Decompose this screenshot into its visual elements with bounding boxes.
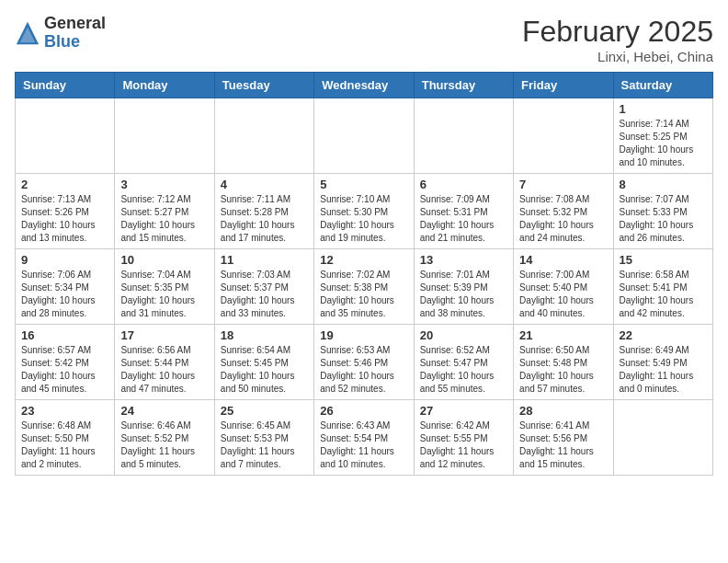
- calendar-cell: 20Sunrise: 6:52 AM Sunset: 5:47 PM Dayli…: [414, 325, 513, 400]
- calendar-cell: 3Sunrise: 7:12 AM Sunset: 5:27 PM Daylig…: [115, 174, 214, 249]
- day-number: 1: [620, 102, 707, 116]
- calendar-cell: [314, 98, 414, 174]
- day-info: Sunrise: 6:50 AM Sunset: 5:48 PM Dayligh…: [519, 344, 607, 396]
- day-info: Sunrise: 7:12 AM Sunset: 5:27 PM Dayligh…: [120, 193, 208, 245]
- day-number: 17: [120, 328, 208, 342]
- calendar-week-2: 2Sunrise: 7:13 AM Sunset: 5:26 PM Daylig…: [16, 174, 713, 249]
- day-info: Sunrise: 6:56 AM Sunset: 5:44 PM Dayligh…: [120, 344, 208, 396]
- calendar-cell: 1Sunrise: 7:14 AM Sunset: 5:25 PM Daylig…: [613, 98, 712, 174]
- day-info: Sunrise: 7:10 AM Sunset: 5:30 PM Dayligh…: [320, 193, 407, 245]
- calendar-cell: 8Sunrise: 7:07 AM Sunset: 5:33 PM Daylig…: [613, 174, 712, 249]
- day-info: Sunrise: 7:00 AM Sunset: 5:40 PM Dayligh…: [519, 269, 607, 320]
- day-info: Sunrise: 6:43 AM Sunset: 5:54 PM Dayligh…: [320, 419, 407, 471]
- calendar-table: SundayMondayTuesdayWednesdayThursdayFrid…: [15, 72, 713, 476]
- weekday-header-friday: Friday: [514, 73, 613, 98]
- logo-icon: [15, 20, 40, 46]
- day-info: Sunrise: 6:48 AM Sunset: 5:50 PM Dayligh…: [21, 419, 108, 471]
- day-info: Sunrise: 6:42 AM Sunset: 5:55 PM Dayligh…: [420, 419, 507, 471]
- day-number: 20: [420, 328, 507, 342]
- day-info: Sunrise: 6:54 AM Sunset: 5:45 PM Dayligh…: [221, 344, 308, 396]
- calendar-cell: 25Sunrise: 6:45 AM Sunset: 5:53 PM Dayli…: [214, 400, 313, 476]
- calendar-week-5: 23Sunrise: 6:48 AM Sunset: 5:50 PM Dayli…: [16, 400, 713, 476]
- calendar-cell: 4Sunrise: 7:11 AM Sunset: 5:28 PM Daylig…: [214, 174, 313, 249]
- location-subtitle: Linxi, Hebei, China: [522, 49, 713, 64]
- calendar-cell: [115, 98, 214, 174]
- day-info: Sunrise: 7:07 AM Sunset: 5:33 PM Dayligh…: [620, 193, 707, 245]
- calendar-cell: 7Sunrise: 7:08 AM Sunset: 5:32 PM Daylig…: [514, 174, 613, 249]
- day-number: 4: [221, 178, 308, 191]
- day-info: Sunrise: 7:09 AM Sunset: 5:31 PM Dayligh…: [420, 193, 507, 245]
- day-info: Sunrise: 7:03 AM Sunset: 5:37 PM Dayligh…: [221, 269, 308, 320]
- day-number: 19: [320, 328, 407, 342]
- calendar-cell: 19Sunrise: 6:53 AM Sunset: 5:46 PM Dayli…: [314, 325, 414, 400]
- calendar-cell: 24Sunrise: 6:46 AM Sunset: 5:52 PM Dayli…: [115, 400, 214, 476]
- logo-general: General: [44, 15, 106, 33]
- calendar-cell: 2Sunrise: 7:13 AM Sunset: 5:26 PM Daylig…: [16, 174, 115, 249]
- calendar-cell: 14Sunrise: 7:00 AM Sunset: 5:40 PM Dayli…: [514, 249, 613, 325]
- day-number: 18: [221, 328, 308, 342]
- day-number: 16: [21, 328, 108, 342]
- day-number: 10: [120, 253, 208, 267]
- day-number: 23: [21, 404, 108, 418]
- day-info: Sunrise: 6:49 AM Sunset: 5:49 PM Dayligh…: [620, 344, 707, 396]
- calendar-cell: 5Sunrise: 7:10 AM Sunset: 5:30 PM Daylig…: [314, 174, 414, 249]
- calendar-cell: 12Sunrise: 7:02 AM Sunset: 5:38 PM Dayli…: [314, 249, 414, 325]
- page-header: General Blue February 2025 Linxi, Hebei,…: [15, 15, 713, 64]
- day-number: 3: [120, 178, 208, 191]
- month-year-title: February 2025: [522, 15, 713, 49]
- calendar-week-4: 16Sunrise: 6:57 AM Sunset: 5:42 PM Dayli…: [16, 325, 713, 400]
- day-info: Sunrise: 6:57 AM Sunset: 5:42 PM Dayligh…: [21, 344, 108, 396]
- calendar-cell: 9Sunrise: 7:06 AM Sunset: 5:34 PM Daylig…: [16, 249, 115, 325]
- day-info: Sunrise: 7:02 AM Sunset: 5:38 PM Dayligh…: [320, 269, 407, 320]
- calendar-cell: [514, 98, 613, 174]
- day-number: 27: [420, 404, 507, 418]
- logo: General Blue: [15, 15, 106, 52]
- calendar-cell: [613, 400, 712, 476]
- calendar-cell: 21Sunrise: 6:50 AM Sunset: 5:48 PM Dayli…: [514, 325, 613, 400]
- day-number: 25: [221, 404, 308, 418]
- weekday-header-sunday: Sunday: [16, 73, 115, 98]
- calendar-week-3: 9Sunrise: 7:06 AM Sunset: 5:34 PM Daylig…: [16, 249, 713, 325]
- day-info: Sunrise: 7:04 AM Sunset: 5:35 PM Dayligh…: [120, 269, 208, 320]
- calendar-cell: 28Sunrise: 6:41 AM Sunset: 5:56 PM Dayli…: [514, 400, 613, 476]
- day-number: 13: [420, 253, 507, 267]
- calendar-cell: 18Sunrise: 6:54 AM Sunset: 5:45 PM Dayli…: [214, 325, 313, 400]
- day-info: Sunrise: 7:01 AM Sunset: 5:39 PM Dayligh…: [420, 269, 507, 320]
- day-number: 24: [120, 404, 208, 418]
- day-number: 11: [221, 253, 308, 267]
- weekday-header-wednesday: Wednesday: [314, 73, 414, 98]
- calendar-cell: 6Sunrise: 7:09 AM Sunset: 5:31 PM Daylig…: [414, 174, 513, 249]
- calendar-cell: 23Sunrise: 6:48 AM Sunset: 5:50 PM Dayli…: [16, 400, 115, 476]
- day-number: 28: [519, 404, 607, 418]
- calendar-cell: [414, 98, 513, 174]
- day-info: Sunrise: 6:45 AM Sunset: 5:53 PM Dayligh…: [221, 419, 308, 471]
- logo-text: General Blue: [44, 15, 106, 52]
- day-info: Sunrise: 7:08 AM Sunset: 5:32 PM Dayligh…: [519, 193, 607, 245]
- calendar-cell: 27Sunrise: 6:42 AM Sunset: 5:55 PM Dayli…: [414, 400, 513, 476]
- day-info: Sunrise: 7:06 AM Sunset: 5:34 PM Dayligh…: [21, 269, 108, 320]
- day-info: Sunrise: 6:52 AM Sunset: 5:47 PM Dayligh…: [420, 344, 507, 396]
- day-number: 8: [620, 178, 707, 191]
- calendar-cell: [16, 98, 115, 174]
- calendar-cell: 17Sunrise: 6:56 AM Sunset: 5:44 PM Dayli…: [115, 325, 214, 400]
- day-number: 5: [320, 178, 407, 191]
- calendar-cell: 13Sunrise: 7:01 AM Sunset: 5:39 PM Dayli…: [414, 249, 513, 325]
- day-number: 6: [420, 178, 507, 191]
- logo-blue: Blue: [44, 33, 106, 52]
- weekday-header-saturday: Saturday: [613, 73, 712, 98]
- day-number: 14: [519, 253, 607, 267]
- weekday-header-monday: Monday: [115, 73, 214, 98]
- day-number: 21: [519, 328, 607, 342]
- calendar-cell: 15Sunrise: 6:58 AM Sunset: 5:41 PM Dayli…: [613, 249, 712, 325]
- day-info: Sunrise: 6:58 AM Sunset: 5:41 PM Dayligh…: [620, 269, 707, 320]
- day-number: 2: [21, 178, 108, 191]
- calendar-cell: 22Sunrise: 6:49 AM Sunset: 5:49 PM Dayli…: [613, 325, 712, 400]
- calendar-week-1: 1Sunrise: 7:14 AM Sunset: 5:25 PM Daylig…: [16, 98, 713, 174]
- day-info: Sunrise: 6:41 AM Sunset: 5:56 PM Dayligh…: [519, 419, 607, 471]
- day-number: 12: [320, 253, 407, 267]
- weekday-header-thursday: Thursday: [414, 73, 513, 98]
- calendar-cell: 16Sunrise: 6:57 AM Sunset: 5:42 PM Dayli…: [16, 325, 115, 400]
- day-number: 22: [620, 328, 707, 342]
- title-block: February 2025 Linxi, Hebei, China: [522, 15, 713, 64]
- day-info: Sunrise: 7:11 AM Sunset: 5:28 PM Dayligh…: [221, 193, 308, 245]
